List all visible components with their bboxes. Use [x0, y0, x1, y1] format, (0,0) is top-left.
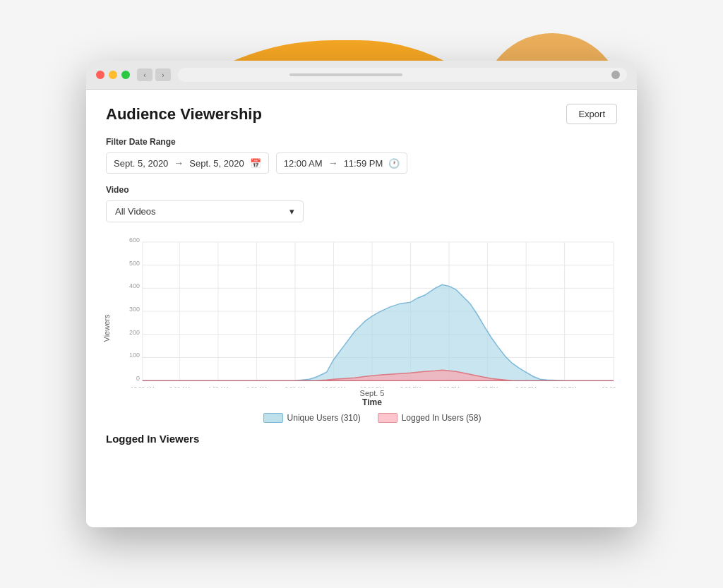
- chart-area: 0 100 200 300 400 500 600: [127, 234, 617, 423]
- svg-text:2:00 AM: 2:00 AM: [169, 385, 190, 388]
- svg-text:8:00 PM: 8:00 PM: [515, 385, 537, 388]
- address-icon: [611, 71, 620, 79]
- browser-content: Audience Viewership Export Filter Date R…: [86, 90, 637, 527]
- svg-text:10:00 PM: 10:00 PM: [553, 385, 577, 388]
- arrow-right-time-icon: →: [328, 157, 338, 169]
- date-start-input[interactable]: Sept. 5, 2020 → Sept. 5, 2020 📅: [106, 152, 269, 174]
- nav-buttons: ‹ ›: [137, 68, 171, 81]
- time-start-value: 12:00 AM: [284, 158, 323, 169]
- logged-in-viewers-title: Logged In Viewers: [106, 433, 199, 445]
- legend-unique-users: Unique Users (310): [263, 413, 361, 423]
- svg-text:0: 0: [136, 375, 140, 382]
- svg-text:6:00 AM: 6:00 AM: [246, 385, 267, 388]
- chart-time-label: Time: [127, 397, 617, 407]
- unique-users-area: [143, 284, 614, 380]
- video-select[interactable]: All Videos ▾: [106, 200, 304, 222]
- export-button[interactable]: Export: [566, 104, 617, 124]
- address-bar[interactable]: [178, 68, 627, 82]
- svg-text:4:00 AM: 4:00 AM: [208, 385, 228, 388]
- browser-titlebar: ‹ ›: [86, 61, 637, 90]
- chart-legend: Unique Users (310) Logged In Users (58): [127, 413, 617, 423]
- svg-text:4:00 PM: 4:00 PM: [438, 385, 460, 388]
- legend-unique-color: [263, 413, 283, 423]
- traffic-light-yellow[interactable]: [109, 71, 117, 79]
- date-start-value: Sept. 5, 2020: [114, 158, 168, 169]
- video-section: Video All Videos ▾: [106, 185, 617, 222]
- chart-x-label-area: Sept. 5 Time: [127, 389, 617, 407]
- svg-text:100: 100: [129, 352, 140, 359]
- legend-logged-users: Logged In Users (58): [378, 413, 482, 423]
- time-end-value: 11:59 PM: [344, 158, 383, 169]
- svg-text:10:00 AM: 10:00 AM: [322, 385, 345, 388]
- date-end-value: Sept. 5, 2020: [189, 158, 244, 169]
- filter-date-range-label: Filter Date Range: [106, 137, 617, 147]
- browser-window: ‹ › Audience Viewership Export Filter Da…: [86, 61, 637, 527]
- calendar-icon: 📅: [250, 158, 261, 169]
- svg-text:500: 500: [129, 260, 140, 267]
- chart-container: Viewers 0 100 200 300 400 500 600: [106, 234, 617, 423]
- address-dots: [289, 73, 402, 76]
- arrow-right-icon: →: [174, 157, 184, 169]
- svg-text:300: 300: [129, 306, 140, 313]
- clock-icon: 🕐: [388, 158, 400, 169]
- nav-back-button[interactable]: ‹: [137, 68, 153, 81]
- video-select-value: All Videos: [115, 206, 156, 217]
- legend-logged-color: [378, 413, 398, 423]
- chart-y-label: Viewers: [102, 315, 111, 342]
- filter-section: Filter Date Range Sept. 5, 2020 → Sept. …: [106, 137, 617, 174]
- svg-text:12:00 PM: 12:00 PM: [360, 385, 384, 388]
- page-header: Audience Viewership Export: [106, 104, 617, 124]
- page-title: Audience Viewership: [106, 105, 262, 124]
- nav-forward-button[interactable]: ›: [155, 68, 171, 81]
- legend-logged-label: Logged In Users (58): [402, 413, 482, 423]
- traffic-lights: [96, 71, 130, 79]
- svg-text:12:00 AM: 12:00 AM: [602, 385, 617, 388]
- traffic-light-red[interactable]: [96, 71, 104, 79]
- svg-text:2:00 PM: 2:00 PM: [400, 385, 422, 388]
- svg-text:6:00 PM: 6:00 PM: [477, 385, 498, 388]
- outer-wrapper: ‹ › Audience Viewership Export Filter Da…: [44, 26, 679, 563]
- video-label: Video: [106, 185, 617, 195]
- svg-text:200: 200: [129, 329, 140, 336]
- traffic-light-green[interactable]: [121, 71, 130, 79]
- svg-text:400: 400: [129, 282, 140, 289]
- time-range-input[interactable]: 12:00 AM → 11:59 PM 🕐: [276, 152, 408, 174]
- logged-in-viewers-section: Logged In Viewers: [106, 433, 617, 445]
- date-range-row: Sept. 5, 2020 → Sept. 5, 2020 📅 12:00 AM…: [106, 152, 617, 174]
- svg-text:12:00 AM: 12:00 AM: [131, 385, 154, 388]
- chart-svg: 0 100 200 300 400 500 600: [127, 234, 617, 388]
- svg-text:600: 600: [129, 236, 140, 244]
- legend-unique-label: Unique Users (310): [287, 413, 361, 423]
- svg-text:8:00 AM: 8:00 AM: [285, 385, 305, 388]
- chevron-down-icon: ▾: [289, 206, 294, 217]
- chart-date-label: Sept. 5: [127, 389, 617, 397]
